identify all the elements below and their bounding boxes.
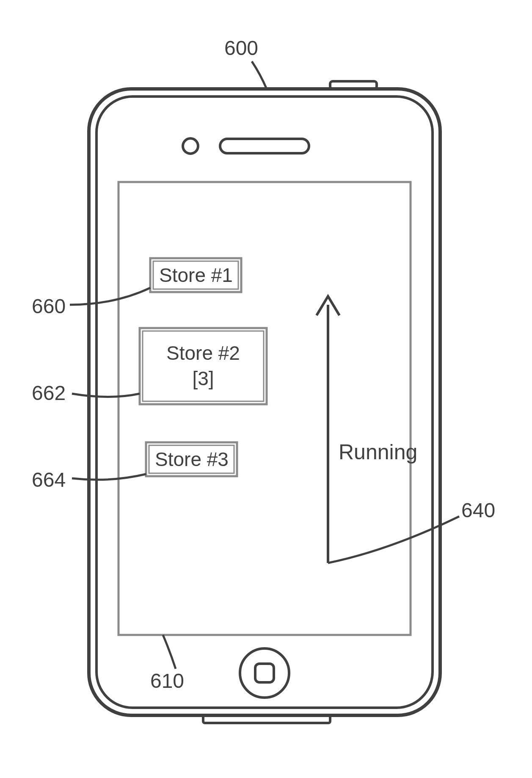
store1-box[interactable]: Store #1 (150, 258, 241, 292)
store1-label: Store #1 (159, 264, 233, 286)
svg-rect-3 (143, 331, 264, 401)
ref-662-label: 662 (32, 382, 66, 404)
ref-660: 660 (32, 288, 150, 317)
ref-610-label: 610 (150, 670, 184, 692)
front-camera-icon (183, 138, 198, 154)
ref-600-label: 600 (224, 37, 258, 59)
ref-664-label: 664 (32, 469, 66, 491)
ref-640-label: 640 (461, 499, 495, 521)
ref-660-label: 660 (32, 295, 66, 317)
patent-figure: Store #1 Store #2 [3] Store #3 Running 6… (0, 0, 532, 778)
store2-label-line1: Store #2 (166, 342, 240, 364)
running-label: Running (339, 440, 417, 464)
ref-610: 610 (150, 635, 184, 692)
earpiece-speaker-icon (220, 139, 309, 153)
ref-662: 662 (32, 382, 140, 404)
store2-label-line2: [3] (192, 367, 214, 389)
running-arrow: Running (317, 296, 417, 563)
ref-600: 600 (224, 37, 267, 89)
phone-body-inner (96, 97, 433, 708)
dock-connector-icon (203, 715, 330, 723)
store3-box[interactable]: Store #3 (146, 442, 237, 476)
store2-box[interactable]: Store #2 [3] (140, 328, 267, 404)
home-button[interactable] (240, 648, 289, 698)
ref-640: 640 (328, 499, 495, 563)
screen-area[interactable] (119, 182, 411, 635)
power-button-icon (330, 81, 377, 89)
svg-rect-2 (140, 328, 267, 404)
store3-label: Store #3 (155, 448, 229, 470)
home-button-glyph-icon (255, 664, 274, 682)
